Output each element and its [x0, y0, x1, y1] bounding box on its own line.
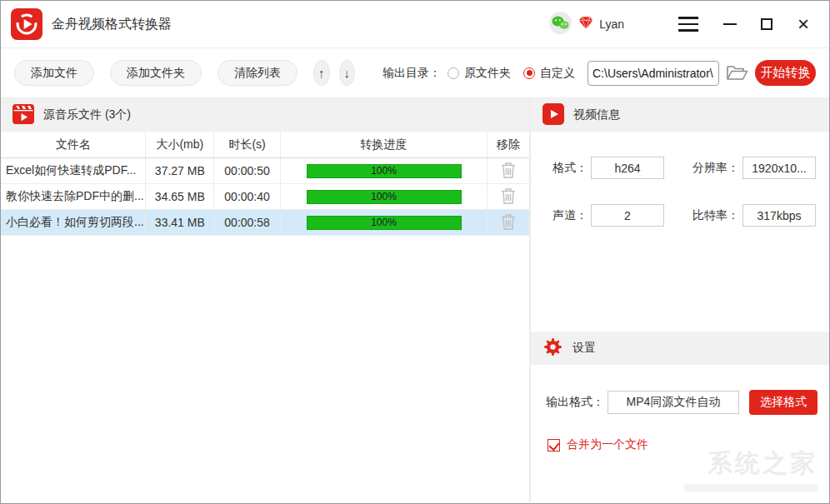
- maximize-button[interactable]: [752, 11, 781, 37]
- col-size: 大小(mb): [146, 132, 214, 157]
- file-duration: 00:00:40: [214, 184, 281, 209]
- bitrate-value: 317kbps: [742, 204, 816, 227]
- video-info-title: 视频信息: [573, 107, 620, 122]
- radio-custom-label: 自定义: [540, 66, 575, 81]
- remove-cell: [488, 210, 529, 235]
- menu-button[interactable]: [674, 11, 702, 37]
- table-row-selected[interactable]: 小白必看！如何剪切两段... 33.41 MB 00:00:58 100%: [1, 210, 529, 236]
- radio-checked-icon: [523, 67, 535, 79]
- format-value: h264: [591, 157, 664, 179]
- remove-file-button[interactable]: [501, 213, 516, 232]
- user-account[interactable]: Lyan: [548, 11, 624, 38]
- remove-file-button[interactable]: [501, 187, 516, 207]
- app-title: 金舟视频格式转换器: [52, 16, 172, 33]
- file-size: 37.27 MB: [146, 158, 214, 183]
- settings-section: 设置 输出格式： MP4同源文件自动 选择格式 合并为一个文件: [531, 332, 829, 502]
- merge-checkbox-row[interactable]: 合并为一个文件: [548, 437, 829, 452]
- output-format-value: MP4同源文件自动: [608, 391, 739, 414]
- output-path-input[interactable]: [588, 61, 719, 86]
- select-format-button[interactable]: 选择格式: [749, 390, 818, 415]
- open-folder-icon: [726, 62, 748, 84]
- wechat-icon: [548, 11, 572, 38]
- move-up-button[interactable]: ↑: [313, 60, 330, 86]
- resolution-label: 分辨率：: [692, 161, 739, 176]
- clapperboard-icon: [12, 104, 34, 127]
- file-size: 33.41 MB: [146, 210, 214, 235]
- settings-title: 设置: [572, 341, 596, 356]
- play-square-icon: [542, 103, 564, 127]
- checkbox-checked-icon: [548, 439, 560, 452]
- col-remove: 移除: [488, 132, 529, 157]
- channels-value: 2: [591, 204, 664, 227]
- radio-custom-folder[interactable]: 自定义: [523, 66, 575, 81]
- minimize-button[interactable]: [716, 11, 744, 37]
- video-info-section: 视频信息 格式： h264 分辨率： 1920x10... 声道： 2: [531, 98, 829, 332]
- file-name: Excel如何快速转成PDF...: [1, 158, 146, 183]
- clear-list-button[interactable]: 清除列表: [218, 60, 298, 86]
- trash-icon: [501, 187, 516, 207]
- radio-original-label: 原文件夹: [464, 66, 511, 81]
- user-name: Lyan: [599, 17, 624, 31]
- resolution-value: 1920x10...: [742, 157, 816, 179]
- close-icon: ×: [798, 14, 809, 34]
- close-button[interactable]: ×: [789, 11, 818, 37]
- file-size: 34.65 MB: [146, 184, 214, 209]
- output-format-label: 输出格式：: [546, 395, 604, 410]
- gear-icon: [542, 337, 563, 360]
- start-convert-button[interactable]: 开始转换: [755, 60, 816, 86]
- vip-badge-icon: [578, 16, 593, 33]
- progress-bar: 100%: [307, 216, 462, 230]
- col-progress: 转换进度: [281, 132, 488, 157]
- format-label: 格式：: [552, 161, 588, 176]
- trash-icon: [501, 213, 516, 232]
- minimize-icon: [723, 23, 737, 25]
- remove-cell: [488, 184, 529, 209]
- video-info-header: 视频信息: [531, 98, 829, 132]
- output-format-row: 输出格式： MP4同源文件自动 选择格式: [546, 390, 818, 415]
- info-panel: 视频信息 格式： h264 分辨率： 1920x10... 声道： 2: [531, 98, 829, 502]
- file-name: 教你快速去除PDF中的删...: [1, 184, 146, 209]
- maximize-icon: [761, 18, 772, 30]
- file-name: 小白必看！如何剪切两段...: [1, 210, 146, 235]
- file-duration: 00:00:58: [214, 210, 281, 235]
- add-folder-button[interactable]: 添加文件夹: [110, 60, 202, 86]
- table-row[interactable]: 教你快速去除PDF中的删... 34.65 MB 00:00:40 100%: [1, 184, 529, 210]
- video-info-row-2: 声道： 2 比特率： 317kbps: [531, 204, 829, 227]
- main-content: 源音乐文件 (3个) 文件名 大小(mb) 时长(s) 转换进度 移除 Exce…: [1, 98, 829, 502]
- arrow-down-icon: ↓: [344, 66, 351, 80]
- trash-icon: [501, 162, 516, 181]
- title-bar: 金舟视频格式转换器: [1, 1, 829, 48]
- col-filename: 文件名: [1, 132, 146, 157]
- progress-cell: 100%: [281, 210, 488, 235]
- file-duration: 00:00:50: [214, 158, 281, 183]
- video-info-row-1: 格式： h264 分辨率： 1920x10...: [531, 157, 829, 179]
- bitrate-label: 比特率：: [692, 208, 739, 223]
- table-row[interactable]: Excel如何快速转成PDF... 37.27 MB 00:00:50 100%: [1, 158, 529, 184]
- radio-original-folder[interactable]: 原文件夹: [448, 66, 511, 81]
- arrow-up-icon: ↑: [318, 66, 325, 80]
- app-logo-icon: [11, 8, 42, 40]
- progress-bar: 100%: [307, 190, 462, 204]
- table-header: 文件名 大小(mb) 时长(s) 转换进度 移除: [1, 132, 529, 158]
- source-files-title: 源音乐文件 (3个): [43, 107, 131, 122]
- source-files-header: 源音乐文件 (3个): [1, 98, 529, 132]
- app-window: 金舟视频格式转换器: [0, 0, 830, 504]
- progress-cell: 100%: [281, 158, 488, 183]
- move-down-button[interactable]: ↓: [339, 60, 356, 86]
- channels-label: 声道：: [552, 208, 588, 223]
- add-file-button[interactable]: 添加文件: [14, 60, 94, 86]
- remove-cell: [488, 158, 529, 183]
- remove-file-button[interactable]: [501, 162, 516, 181]
- col-duration: 时长(s): [214, 132, 281, 157]
- browse-folder-button[interactable]: [726, 62, 748, 84]
- output-dir-label: 输出目录：: [382, 66, 441, 81]
- source-files-panel: 源音乐文件 (3个) 文件名 大小(mb) 时长(s) 转换进度 移除 Exce…: [1, 98, 531, 502]
- radio-unchecked-icon: [448, 67, 459, 79]
- hamburger-icon: [678, 17, 698, 32]
- settings-header: 设置: [531, 332, 829, 365]
- progress-bar: 100%: [307, 164, 462, 178]
- toolbar: 添加文件 添加文件夹 清除列表 ↑ ↓ 输出目录： 原文件夹 自定义 开始转换: [1, 48, 829, 98]
- progress-cell: 100%: [281, 184, 488, 209]
- merge-checkbox-label: 合并为一个文件: [567, 437, 648, 452]
